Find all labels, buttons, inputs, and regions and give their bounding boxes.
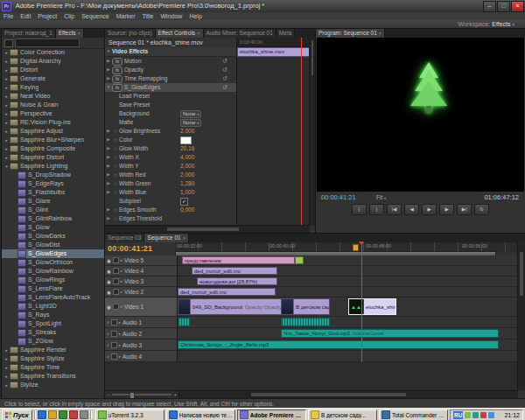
expand-icon[interactable]: ▸	[4, 363, 10, 372]
menu-sequence[interactable]: Sequence	[78, 12, 113, 20]
reset-icon[interactable]: ↺	[222, 74, 228, 83]
ec-row-width-x[interactable]: ▶○Width X4,000	[105, 153, 236, 162]
expand-icon[interactable]: ▸	[4, 372, 10, 381]
close-icon[interactable]: ×	[197, 29, 200, 38]
ec-row-glow-width[interactable]: ▶○Glow Width20,16	[105, 144, 236, 153]
track-expand-icon[interactable]: ▸	[119, 320, 121, 325]
twirl-icon[interactable]: ▶	[105, 57, 112, 66]
expand-icon[interactable]: ▸	[4, 57, 10, 66]
tab-effects[interactable]: Effects×	[56, 29, 84, 38]
taskbar-button-total-commander-8-0rc[interactable]: Total Commander 8.0RC...	[379, 410, 448, 420]
effects-bin-sapphire-adjust[interactable]: ▸Sapphire Adjust	[2, 127, 104, 136]
ec-row-opacity[interactable]: ▶fxOpacity↺	[105, 66, 236, 74]
quick-launch-browser-icon[interactable]	[38, 410, 46, 419]
track-lock-toggle[interactable]	[113, 304, 119, 310]
effects-bin-stylize[interactable]: ▸Stylize	[2, 381, 104, 389]
effects-search-input[interactable]	[15, 38, 80, 47]
timeline-clip-представление[interactable]: представление	[182, 256, 295, 264]
effect-item-s-glowedges[interactable]: S_GlowEdges	[2, 249, 104, 258]
menu-marker[interactable]: Marker	[113, 12, 139, 20]
track-header[interactable]: ♪▸Audio 1	[105, 317, 178, 328]
track-lane[interactable]	[178, 351, 518, 362]
track-header[interactable]: ◉▸Video 4	[105, 266, 178, 276]
language-indicator[interactable]: RU	[453, 411, 463, 419]
track-lane[interactable]: новогодняя.avi [28,87%]	[178, 276, 518, 287]
collapse-icon[interactable]: ▾	[4, 162, 10, 171]
expand-icon[interactable]: ▸	[4, 48, 10, 57]
tab-audio-mixer-sequence-01[interactable]: Audio Mixer: Sequence 01	[204, 29, 276, 38]
effect-item-s-light3d[interactable]: S_Light3D	[2, 302, 104, 311]
track-lane[interactable]: представление	[178, 256, 518, 266]
ec-row-glow-brightness[interactable]: ▶○Glow Brightness2,000	[105, 127, 236, 136]
stopwatch-icon[interactable]: ○	[112, 144, 119, 153]
quick-launch-show-desktop-icon[interactable]	[59, 410, 67, 419]
jump-to-in-button[interactable]: |◀	[387, 204, 402, 215]
track-expand-icon[interactable]: ▾	[121, 304, 122, 309]
scrollbar-thumb[interactable]	[519, 251, 524, 297]
effects-bin-sapphire-lighting[interactable]: ▾Sapphire Lighting	[2, 162, 104, 171]
expand-icon[interactable]: ▸	[4, 74, 10, 83]
speaker-icon[interactable]: ♪	[107, 319, 109, 325]
param-value[interactable]: 2,000	[180, 162, 194, 171]
param-value[interactable]: 2,000	[180, 171, 194, 179]
expand-icon[interactable]: ▸	[4, 136, 10, 144]
effects-bin-re-vision-plug-ins[interactable]: ▸RE:Vision Plug-ins	[2, 118, 104, 127]
track-expand-icon[interactable]: ▸	[119, 354, 121, 359]
expand-icon[interactable]: ▸	[4, 92, 10, 101]
timeline-timecode[interactable]: 00:00:41:21	[105, 242, 175, 253]
tab-source-no-clips[interactable]: Source: (no clips)	[105, 29, 156, 38]
ec-row-edges-threshold[interactable]: ▶○Edges Threshold	[105, 214, 236, 223]
zoom-controls[interactable]: − +	[105, 390, 179, 398]
track-header[interactable]: ♪▸Audio 3	[105, 340, 178, 351]
expand-icon[interactable]: ▸	[4, 101, 10, 109]
scrollbar-thumb[interactable]	[311, 39, 314, 76]
ec-row-video-effects[interactable]: ▾Video Effects	[105, 47, 236, 57]
track-expand-icon[interactable]: ▸	[121, 258, 122, 262]
track-header[interactable]: ◉▾Video 1	[105, 298, 178, 317]
ec-row-subpixel[interactable]: Subpixel✓	[105, 197, 236, 206]
scrollbar-horizontal[interactable]	[105, 225, 310, 233]
effects-bin-sapphire-time[interactable]: ▸Sapphire Time	[2, 363, 104, 372]
effects-bin-distort[interactable]: ▸Distort	[2, 66, 104, 74]
stopwatch-icon[interactable]: ○	[112, 171, 119, 179]
stopwatch-icon[interactable]: ○	[112, 188, 119, 197]
menu-file[interactable]: File	[0, 12, 17, 20]
taskbar-clock[interactable]: 21:12	[504, 412, 520, 418]
effects-bin-sapphire-stylize[interactable]: ▸Sapphire Stylize	[2, 354, 104, 363]
track-header[interactable]: ◉▸Video 3	[105, 276, 178, 287]
tray-icon-3[interactable]	[480, 412, 486, 418]
toggle-track-output-icon[interactable]: ◉	[107, 269, 111, 274]
toggle-track-output-icon[interactable]: ◉	[107, 290, 111, 295]
toggle-track-output-icon[interactable]: ◉	[107, 258, 111, 263]
effect-item-s-dropshadow[interactable]: S_DropShadow	[2, 171, 104, 179]
scrollbar-thumb[interactable]	[250, 392, 406, 397]
param-value[interactable]: 0,000	[180, 206, 194, 214]
effects-bin-keying[interactable]: ▸Keying	[2, 83, 104, 92]
track-expand-icon[interactable]: ▸	[121, 269, 122, 273]
track-lock-toggle[interactable]	[113, 268, 119, 274]
twirl-icon[interactable]: ▶	[105, 153, 112, 162]
color-swatch[interactable]	[180, 136, 192, 144]
track-lock-toggle[interactable]	[113, 257, 119, 263]
tray-icon-5[interactable]	[496, 412, 502, 418]
tray-icon-1[interactable]	[465, 412, 471, 418]
ec-row-matte[interactable]: MatteNone▾	[105, 118, 236, 127]
sequence-marker[interactable]	[353, 244, 359, 251]
stopwatch-icon[interactable]: ○	[112, 136, 119, 144]
twirl-icon[interactable]: ▼	[105, 83, 112, 92]
tray-icon-4[interactable]	[488, 412, 494, 418]
ec-row-motion[interactable]: ▶fxMotion↺	[105, 57, 236, 66]
ec-row-save-preset[interactable]: Save Preset	[105, 101, 236, 109]
twirl-icon[interactable]: ▶	[105, 171, 112, 179]
effect-item-s-zglow[interactable]: S_ZGlow	[2, 337, 104, 346]
track-expand-icon[interactable]: ▸	[121, 279, 122, 284]
reset-icon[interactable]: ↺	[222, 66, 228, 74]
effect-item-s-glint[interactable]: S_Glint	[2, 206, 104, 214]
effect-controls-mini-timeline[interactable]: 0:00:40:00 elochka_shine.mov	[236, 38, 310, 226]
start-button[interactable]: Пуск	[2, 410, 32, 420]
effect-item-s-glowdist[interactable]: S_GlowDist	[2, 241, 104, 249]
tab-meta[interactable]: Meta	[276, 29, 295, 38]
track-lane[interactable]: Что_Такое_Novyi_God.mp3Volume:Level	[178, 328, 518, 340]
zoom-in-icon[interactable]: +	[173, 392, 177, 397]
effect-item-s-glare[interactable]: S_Glare	[2, 197, 104, 206]
